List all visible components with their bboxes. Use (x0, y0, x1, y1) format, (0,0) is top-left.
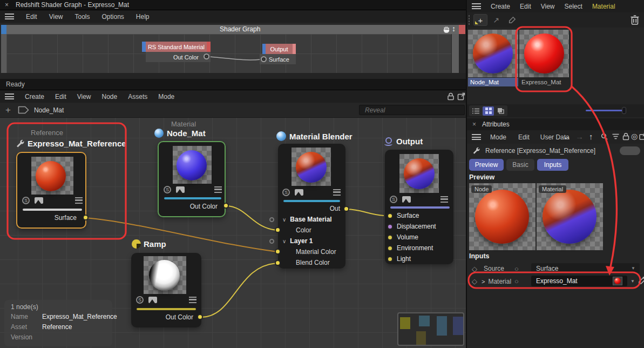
shader-graph-vscrollbar-left[interactable] (1, 34, 6, 73)
output-light-port[interactable] (387, 256, 393, 262)
eyedropper-icon[interactable] (638, 277, 644, 286)
scale-icon[interactable]: ↕ (452, 24, 456, 33)
external-window-icon[interactable] (639, 133, 644, 140)
reference-node-titlebar[interactable]: Expresso_Mat_Reference (16, 139, 126, 148)
grid-view-button-active[interactable] (483, 106, 494, 116)
blender-layer1-port[interactable] (269, 239, 274, 244)
shader-graph-hscrollbar[interactable] (0, 73, 466, 79)
pick-material-button[interactable] (505, 14, 519, 26)
hamburger-icon[interactable] (5, 93, 14, 99)
drag-handle[interactable] (468, 15, 470, 25)
back-arrow-icon[interactable]: ← (563, 132, 571, 141)
tab-preview[interactable]: Preview (469, 159, 504, 171)
preview-image-icon[interactable] (148, 297, 157, 303)
search-icon[interactable] (601, 133, 608, 140)
window-close-icon[interactable]: × (5, 1, 9, 9)
diamond-icon[interactable]: ◇ (472, 277, 477, 285)
menu-assets[interactable]: Assets (128, 93, 147, 101)
rs-standard-material-node[interactable]: RS Standard Material Out Color (142, 42, 211, 62)
rs-out-color-port[interactable] (204, 53, 209, 59)
shader-graph-canvas[interactable] (6, 34, 451, 73)
node-menu-icon[interactable] (440, 196, 448, 203)
lock-icon[interactable] (447, 92, 455, 101)
material-outcolor-port[interactable] (223, 203, 229, 209)
output-row[interactable]: Volume (385, 232, 453, 243)
lock-icon[interactable] (622, 132, 629, 140)
hamburger-icon[interactable] (5, 14, 14, 19)
node-tag-icon[interactable] (18, 106, 29, 114)
output-displacement-port[interactable] (387, 224, 393, 230)
output-volume-port[interactable] (387, 235, 393, 240)
preview-image-icon[interactable] (295, 189, 303, 196)
preview-image-icon[interactable] (176, 186, 185, 193)
output-environment-port[interactable] (387, 245, 393, 251)
blender-row-port[interactable]: Material Color (278, 246, 345, 257)
material-thumb-expresso-mat[interactable] (519, 30, 569, 77)
node-menu-icon[interactable] (189, 297, 196, 303)
output-row[interactable]: Surface (385, 210, 453, 221)
menu-mode[interactable]: Mode (158, 93, 174, 101)
rs-node-header[interactable]: RS Standard Material (142, 42, 211, 52)
blender-blend-color-port[interactable] (275, 260, 281, 266)
hamburger-icon[interactable] (472, 3, 481, 9)
tab-node-mat[interactable]: Node_Mat (34, 106, 64, 114)
scroll-pill[interactable] (620, 146, 640, 155)
circle-icon[interactable]: ○ (514, 265, 519, 273)
shader-graph-vscrollbar-right[interactable] (452, 34, 459, 73)
output-row[interactable]: Light (385, 253, 453, 264)
collapse-chevron-icon[interactable]: ∨ (282, 217, 286, 223)
thumbnail-size-slider[interactable] (586, 110, 626, 111)
menu-edit[interactable]: Edit (520, 3, 531, 10)
material-thumb-node-mat[interactable] (468, 30, 518, 77)
diamond-icon[interactable]: ◇ (472, 265, 477, 273)
node-menu-icon[interactable] (214, 186, 222, 193)
blender-color-port[interactable] (275, 227, 281, 233)
blender-base-material-port[interactable] (269, 217, 274, 222)
menu-node[interactable]: Node (102, 93, 118, 101)
blender-row-port[interactable]: Color (278, 225, 345, 236)
menu-help[interactable]: Help (136, 13, 150, 21)
add-tab-icon[interactable]: + (5, 105, 11, 116)
collapse-chevron-icon[interactable]: ∨ (282, 238, 286, 244)
reference-surface-port[interactable] (83, 215, 89, 220)
up-arrow-icon[interactable]: ↑ (589, 132, 593, 141)
preview-image-icon[interactable] (35, 197, 43, 204)
layer-view-button[interactable] (495, 106, 506, 116)
output-surface-port[interactable] (387, 213, 393, 219)
shader-graph-header[interactable]: Shader Graph ↕ (1, 25, 465, 34)
expander-icon[interactable]: > (482, 278, 485, 285)
circle-icon[interactable]: ○ (514, 277, 519, 285)
chevron-down-icon[interactable]: ▼ (631, 279, 635, 284)
blender-node[interactable]: S Out ∨ Base Material Color ∨ Layer 1 Ma… (278, 144, 345, 269)
blender-row-port[interactable]: Blend Color (278, 257, 345, 268)
material-label-node-mat[interactable]: Node_Mat (468, 78, 518, 86)
output-row[interactable]: Environment (385, 243, 453, 253)
solo-icon[interactable]: S (390, 196, 397, 203)
reference-node[interactable]: S Surface (16, 152, 86, 229)
hamburger-icon[interactable] (472, 134, 481, 140)
slider-knob[interactable] (622, 107, 626, 114)
preview-image-icon[interactable] (402, 196, 411, 203)
sg-output-header[interactable]: Output (262, 44, 296, 54)
menu-view[interactable]: View (49, 13, 63, 21)
assign-arrow-button[interactable]: ↗ (489, 14, 503, 26)
panel-close-icon[interactable]: × (472, 121, 476, 128)
sg-surface-port[interactable] (261, 56, 267, 62)
ramp-node-slider[interactable] (137, 308, 196, 310)
preview-node-thumb[interactable]: Node (469, 183, 535, 250)
menu-create[interactable]: Create (491, 3, 510, 10)
solo-icon[interactable]: S (164, 186, 171, 193)
ramp-node-titlebar[interactable]: Ramp (132, 239, 166, 249)
solo-icon[interactable]: S (22, 197, 30, 204)
output-node-titlebar[interactable]: Output (384, 137, 423, 146)
blender-out-port[interactable] (343, 206, 349, 212)
pan-hand-icon[interactable] (443, 26, 450, 33)
menu-view[interactable]: View (77, 93, 91, 101)
forward-arrow-icon[interactable]: → (575, 132, 584, 141)
menu-create[interactable]: Create (25, 93, 44, 101)
menu-options[interactable]: Options (102, 13, 124, 21)
blender-node-slider[interactable] (283, 200, 340, 202)
blender-row-group[interactable]: ∨ Base Material (278, 214, 345, 225)
material-swatch[interactable] (613, 277, 622, 285)
blender-material-color-port[interactable] (275, 249, 281, 255)
